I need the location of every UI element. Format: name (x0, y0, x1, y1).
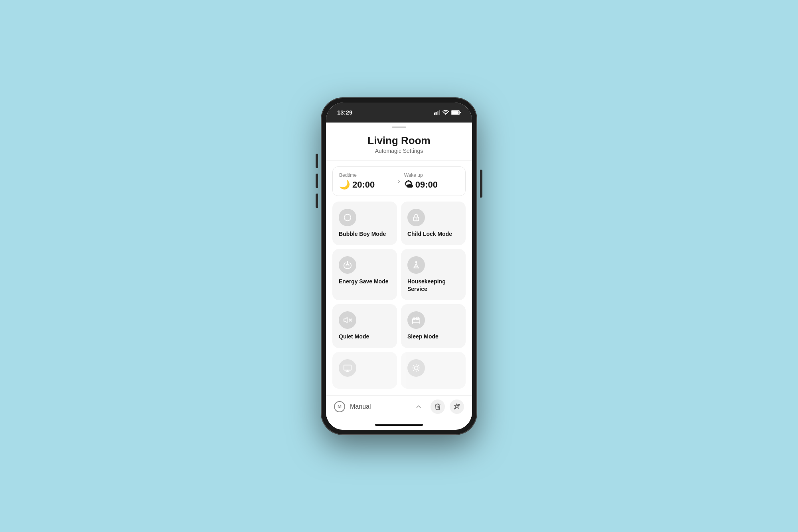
page-header: Living Room Automagic Settings (326, 131, 472, 161)
bedtime-item: Bedtime 🌙 20:00 (339, 172, 394, 190)
housekeeping-mode-label: Housekeeping Service (407, 278, 459, 292)
light-mode-card[interactable] (401, 352, 466, 389)
bedtime-time-value: 20:00 (352, 180, 375, 190)
wakeup-item: Wake up 🌤 09:00 (404, 172, 459, 190)
housekeeping-icon-circle (407, 256, 425, 274)
energy-save-icon (343, 261, 352, 269)
schedule-row[interactable]: Bedtime 🌙 20:00 › Wake up 🌤 09:00 (332, 166, 466, 196)
svg-line-29 (418, 370, 419, 370)
trash-icon (434, 403, 441, 410)
signal-icon (434, 110, 440, 115)
sleep-mode-card[interactable]: Sleep Mode (401, 304, 466, 348)
wakeup-time-value: 09:00 (415, 180, 438, 190)
bottom-bar: M Manual (326, 395, 472, 420)
svg-rect-1 (436, 112, 437, 115)
svg-rect-6 (452, 111, 459, 114)
phone-device: 13:29 (321, 98, 477, 435)
wakeup-icon: 🌤 (404, 180, 413, 190)
child-lock-mode-card[interactable]: Child Lock Mode (401, 202, 466, 245)
svg-point-4 (445, 114, 446, 115)
child-lock-mode-label: Child Lock Mode (407, 230, 459, 237)
status-bar: 13:29 (326, 103, 472, 123)
svg-point-8 (344, 214, 351, 221)
home-indicator (326, 420, 472, 430)
sleep-mode-icon-circle (407, 311, 425, 329)
quiet-mode-icon-circle (339, 311, 356, 329)
svg-line-28 (414, 366, 414, 366)
sleep-mode-icon (412, 316, 421, 324)
delete-button[interactable] (431, 399, 445, 414)
energy-save-mode-label: Energy Save Mode (339, 278, 391, 285)
svg-rect-7 (460, 112, 461, 113)
modes-grid: Bubble Boy Mode Child Lock Mode (326, 202, 472, 395)
bedtime-label: Bedtime (339, 172, 394, 178)
wifi-icon (442, 110, 449, 115)
child-lock-icon-circle (407, 209, 425, 226)
bedtime-time: 🌙 20:00 (339, 180, 394, 190)
status-icons (434, 110, 461, 115)
energy-save-icon-circle (339, 256, 356, 274)
svg-point-10 (416, 218, 417, 220)
bubble-boy-mode-label: Bubble Boy Mode (339, 230, 391, 237)
tv-mode-icon-circle (339, 359, 356, 377)
energy-save-mode-card[interactable]: Energy Save Mode (332, 249, 397, 300)
bubble-boy-mode-card[interactable]: Bubble Boy Mode (332, 202, 397, 245)
wakeup-label: Wake up (404, 172, 459, 178)
svg-point-33 (454, 408, 455, 409)
quiet-mode-label: Quiet Mode (339, 333, 391, 340)
chevron-up-button[interactable] (411, 399, 426, 414)
quiet-mode-card[interactable]: Quiet Mode (332, 304, 397, 348)
manual-letter: M (338, 404, 342, 409)
magic-button[interactable] (450, 399, 464, 414)
housekeeping-mode-card[interactable]: Housekeeping Service (401, 249, 466, 300)
quiet-mode-icon (343, 316, 352, 324)
battery-icon (451, 110, 461, 115)
page-subtitle: Automagic Settings (334, 148, 464, 154)
wakeup-time: 🌤 09:00 (404, 180, 459, 190)
tv-mode-icon (343, 364, 352, 372)
light-mode-icon (412, 364, 421, 372)
tv-mode-card[interactable] (332, 352, 397, 389)
status-time: 13:29 (337, 109, 352, 116)
light-mode-icon-circle (407, 359, 425, 377)
svg-marker-12 (344, 318, 347, 323)
page-title: Living Room (334, 134, 464, 147)
scroll-handle (392, 127, 406, 128)
svg-line-30 (414, 370, 414, 370)
schedule-chevron: › (394, 178, 404, 185)
home-bar (375, 424, 423, 426)
phone-screen: 13:29 (326, 103, 472, 430)
svg-rect-3 (439, 110, 440, 115)
manual-badge: M (334, 401, 345, 412)
chevron-up-icon (415, 403, 422, 410)
svg-rect-20 (344, 365, 351, 370)
manual-label: Manual (350, 403, 407, 410)
svg-point-23 (414, 366, 418, 370)
housekeeping-icon (412, 261, 421, 269)
bubble-boy-icon (343, 213, 352, 222)
sleep-mode-label: Sleep Mode (407, 333, 459, 340)
magic-icon (453, 403, 460, 410)
bedtime-icon: 🌙 (339, 180, 350, 190)
svg-rect-0 (434, 113, 435, 115)
svg-point-32 (458, 404, 459, 405)
child-lock-icon (412, 213, 421, 222)
app-content: Living Room Automagic Settings Bedtime 🌙… (326, 123, 472, 395)
svg-line-31 (418, 366, 419, 366)
svg-rect-2 (437, 111, 439, 115)
bubble-boy-icon-circle (339, 209, 356, 226)
